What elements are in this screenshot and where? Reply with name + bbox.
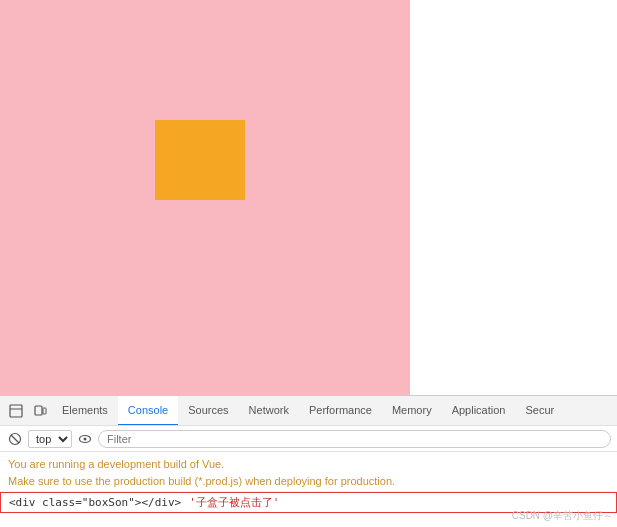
device-toggle-icon[interactable] — [28, 399, 52, 423]
orange-box — [155, 120, 245, 200]
tab-security[interactable]: Secur — [515, 396, 564, 426]
watermark: CSDN @辛苦小鱼仔～ — [512, 509, 613, 523]
console-toolbar: top — [0, 426, 617, 452]
console-string-value: '子盒子被点击了' — [189, 495, 279, 510]
tab-console[interactable]: Console — [118, 396, 178, 426]
devtools-panel: Elements Console Sources Network Perform… — [0, 395, 617, 527]
svg-point-7 — [84, 437, 87, 440]
tab-application[interactable]: Application — [442, 396, 516, 426]
tab-elements[interactable]: Elements — [52, 396, 118, 426]
eye-icon[interactable] — [76, 430, 94, 448]
svg-rect-3 — [43, 408, 46, 414]
devtools-tab-bar: Elements Console Sources Network Perform… — [0, 396, 617, 426]
svg-rect-0 — [10, 405, 22, 417]
svg-line-5 — [11, 435, 19, 443]
white-area — [410, 0, 617, 395]
console-message-vue: You are running a development build of V… — [0, 454, 617, 492]
page-area — [0, 0, 410, 395]
tab-performance[interactable]: Performance — [299, 396, 382, 426]
browser-viewport — [0, 0, 617, 395]
tab-network[interactable]: Network — [239, 396, 299, 426]
code-html-tag: <div class="boxSon"></div> — [9, 496, 181, 509]
filter-input[interactable] — [98, 430, 611, 448]
tab-sources[interactable]: Sources — [178, 396, 238, 426]
tab-memory[interactable]: Memory — [382, 396, 442, 426]
log-level-select[interactable]: top — [28, 430, 72, 448]
clear-console-button[interactable] — [6, 430, 24, 448]
svg-rect-2 — [35, 406, 42, 415]
inspect-element-icon[interactable] — [4, 399, 28, 423]
